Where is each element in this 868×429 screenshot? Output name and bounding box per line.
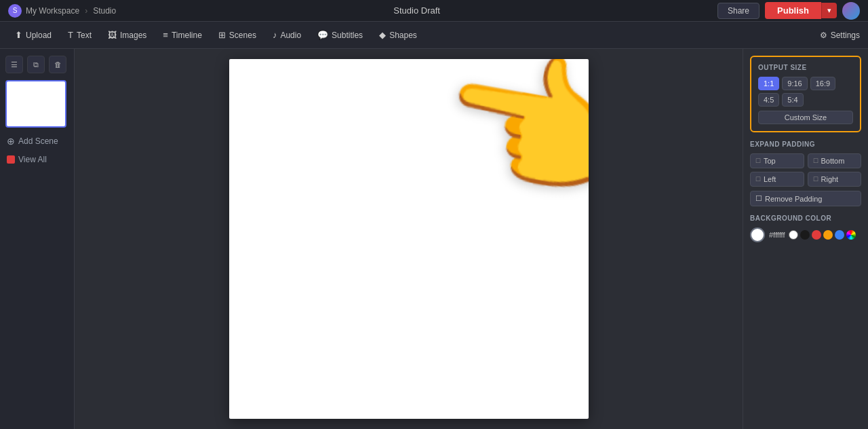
avatar[interactable] (842, 2, 860, 20)
bg-color-section: Background Color #ffffff (750, 214, 861, 242)
sidebar-list-icon[interactable]: ☰ (5, 56, 23, 73)
remove-padding-label: Remove Padding (765, 195, 822, 203)
scene-color-dot (7, 155, 15, 164)
custom-size-button[interactable]: Custom Size (758, 111, 853, 124)
padding-bottom-button[interactable]: ☐ Bottom (808, 153, 862, 168)
view-all-label: View All (18, 155, 47, 164)
main-layout: ☰ ⧉ 🗑 ⊕ Add Scene View All 👉 Output Size… (0, 49, 868, 429)
check-icon-top: ☐ (755, 157, 761, 164)
padding-left-button[interactable]: ☐ Left (750, 172, 804, 187)
timeline-label: Timeline (172, 31, 202, 40)
size-btn-16-9[interactable]: 16:9 (810, 77, 835, 90)
settings-label: Settings (831, 31, 860, 40)
app-logo: S (8, 4, 22, 18)
size-btn-4-5[interactable]: 4:5 (758, 93, 779, 107)
audio-icon: ♪ (273, 30, 277, 40)
top-bar: S My Workspace › Studio Studio Draft Sha… (0, 0, 868, 22)
check-icon-left: ☐ (755, 176, 761, 183)
remove-padding-button[interactable]: ☐ Remove Padding (750, 191, 861, 206)
images-icon: 🖼 (108, 30, 117, 40)
app-label[interactable]: Studio (93, 6, 116, 16)
add-scene-label: Add Scene (18, 136, 58, 146)
padding-right-label: Right (821, 175, 839, 183)
workspace-label[interactable]: My Workspace (26, 6, 79, 16)
swatch-blue[interactable] (835, 230, 844, 240)
sidebar: ☰ ⧉ 🗑 ⊕ Add Scene View All (0, 49, 75, 429)
publish-group: Publish ▾ (765, 2, 837, 19)
check-icon-right: ☐ (813, 176, 818, 183)
canvas-frame[interactable]: 👉 (229, 59, 589, 419)
upload-button[interactable]: ⬆ Upload (8, 26, 58, 43)
upload-icon: ⬆ (15, 30, 22, 40)
scene-thumbnail[interactable] (5, 80, 66, 128)
bg-color-label: Background Color (750, 214, 861, 222)
padding-top-button[interactable]: ☐ Top (750, 153, 804, 168)
publish-button[interactable]: Publish (765, 2, 821, 19)
audio-label: Audio (280, 31, 301, 40)
toolbar: ⬆ Upload T Text 🖼 Images ≡ Timeline ⊞ Sc… (0, 22, 868, 49)
text-button[interactable]: T Text (61, 26, 98, 43)
sidebar-trash-icon[interactable]: 🗑 (49, 56, 66, 73)
audio-button[interactable]: ♪ Audio (266, 26, 308, 43)
expand-padding-section: Expand Padding ☐ Top ☐ Bottom ☐ Left ☐ R… (750, 141, 861, 206)
swatch-black[interactable] (800, 230, 810, 240)
bg-color-swatch[interactable] (750, 227, 765, 242)
text-icon: T (68, 30, 73, 40)
timeline-icon: ≡ (163, 30, 168, 40)
scenes-label: Scenes (229, 31, 256, 40)
images-label: Images (120, 31, 146, 40)
output-size-label: Output Size (758, 64, 853, 71)
swatch-yellow[interactable] (823, 230, 833, 240)
shapes-button[interactable]: ◆ Shapes (372, 26, 424, 43)
size-btn-5-4[interactable]: 5:4 (782, 93, 803, 107)
subtitles-icon: 💬 (317, 30, 328, 40)
settings-button[interactable]: ⚙ Settings (820, 31, 860, 40)
draft-label: Studio Draft (393, 5, 440, 16)
avatar-image (842, 2, 860, 20)
scenes-icon: ⊞ (218, 30, 226, 40)
share-button[interactable]: Share (717, 3, 760, 19)
subtitles-button[interactable]: 💬 Subtitles (311, 26, 370, 43)
subtitles-label: Subtitles (332, 31, 363, 40)
padding-bottom-label: Bottom (821, 157, 845, 165)
sidebar-copy-icon[interactable]: ⧉ (27, 56, 45, 73)
check-icon-remove: ☐ (755, 194, 762, 203)
swatch-gradient[interactable] (846, 230, 856, 240)
images-button[interactable]: 🖼 Images (101, 26, 153, 43)
add-scene-button[interactable]: ⊕ Add Scene (5, 133, 68, 149)
timeline-button[interactable]: ≡ Timeline (156, 26, 209, 43)
padding-right-button[interactable]: ☐ Right (808, 172, 862, 187)
view-all-button[interactable]: View All (5, 152, 68, 167)
hand-emoji: 👉 (429, 59, 588, 229)
expand-padding-label: Expand Padding (750, 141, 861, 148)
swatch-white[interactable] (789, 230, 798, 240)
shapes-icon: ◆ (379, 30, 386, 40)
swatch-red[interactable] (812, 230, 821, 240)
output-size-box: Output Size 1:1 9:16 16:9 4:5 5:4 Custom… (750, 56, 861, 132)
breadcrumb-separator: › (85, 6, 87, 16)
settings-icon: ⚙ (820, 31, 827, 40)
publish-dropdown-button[interactable]: ▾ (821, 3, 837, 18)
bg-color-value: #ffffff (769, 231, 785, 239)
topbar-left: S My Workspace › Studio (8, 4, 116, 18)
size-buttons: 1:1 9:16 16:9 4:5 5:4 (758, 77, 853, 107)
plus-icon: ⊕ (7, 136, 15, 147)
sidebar-top-icons: ☰ ⧉ 🗑 (5, 56, 68, 73)
upload-label: Upload (26, 31, 52, 40)
padding-top-label: Top (764, 157, 776, 165)
scenes-button[interactable]: ⊞ Scenes (212, 26, 263, 43)
text-label: Text (77, 31, 92, 40)
padding-grid: ☐ Top ☐ Bottom ☐ Left ☐ Right (750, 153, 861, 187)
padding-left-label: Left (764, 175, 776, 183)
size-btn-9-16[interactable]: 9:16 (782, 77, 807, 90)
check-icon-bottom: ☐ (813, 157, 818, 164)
size-btn-1-1[interactable]: 1:1 (758, 77, 779, 90)
topbar-right: Share Publish ▾ (717, 2, 860, 20)
shapes-label: Shapes (389, 31, 417, 40)
right-panel: Output Size 1:1 9:16 16:9 4:5 5:4 Custom… (743, 49, 868, 429)
canvas-area[interactable]: 👉 (75, 49, 743, 429)
color-swatches (789, 230, 856, 240)
bg-color-row: #ffffff (750, 227, 861, 242)
